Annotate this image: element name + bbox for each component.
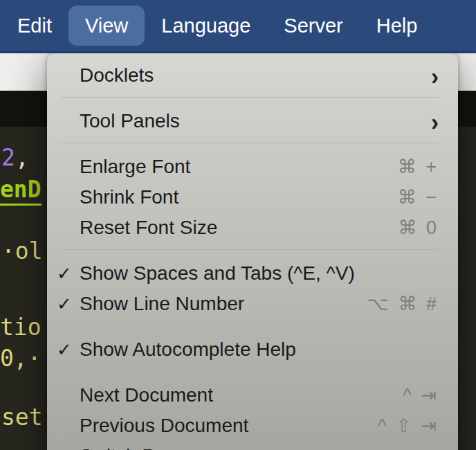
submenu-chevron-icon: ›	[431, 109, 439, 134]
code-fragment: 0,·	[0, 346, 42, 371]
code-token: ,	[15, 144, 29, 171]
menu-item-label: Previous Document	[80, 415, 367, 437]
code-token: tio	[0, 314, 42, 341]
checkmark-icon: ✓	[57, 294, 80, 315]
view-menu-panel: Docklets›Tool Panels›Enlarge Font⌘ +Shri…	[47, 53, 458, 450]
menu-item-label: Show Line Number	[80, 293, 356, 315]
menu-item-label: Next Document	[80, 384, 392, 406]
menu-item-label: Switch Pane	[80, 445, 439, 450]
menu-item-tool-panels[interactable]: Tool Panels›	[47, 106, 458, 136]
menu-item-reset-font-size[interactable]: Reset Font Size⌘ 0	[47, 213, 458, 243]
menubar-item-help[interactable]: Help	[360, 6, 434, 46]
menu-separator	[61, 371, 439, 372]
code-fragment: set	[1, 405, 43, 430]
menu-item-label: Show Autocomplete Help	[80, 339, 439, 361]
menu-separator	[61, 325, 439, 326]
code-token: 2	[1, 144, 15, 171]
menubar-item-edit[interactable]: Edit	[1, 6, 68, 46]
menu-item-label: Reset Font Size	[80, 217, 387, 239]
menu-item-enlarge-font[interactable]: Enlarge Font⌘ +	[47, 152, 458, 182]
menu-item-shortcut: ^ ⇧ ⇥	[378, 415, 439, 437]
menu-item-show-line-number[interactable]: ✓Show Line Number⌥ ⌘ #	[47, 289, 458, 319]
menu-item-label: Shrink Font	[80, 186, 387, 208]
code-fragment: 2,	[1, 145, 29, 170]
menu-item-shortcut: ⌘ 0	[398, 217, 439, 239]
submenu-chevron-icon: ›	[431, 64, 439, 88]
menu-item-docklets[interactable]: Docklets›	[47, 60, 458, 91]
menu-item-switch-pane[interactable]: Switch Pane	[47, 441, 458, 450]
menu-item-label: Show Spaces and Tabs (^E, ^V)	[80, 262, 439, 285]
menu-item-next-document[interactable]: Next Document^ ⇥	[47, 380, 458, 411]
menubar-item-language[interactable]: Language	[145, 6, 267, 46]
code-token: set	[1, 404, 43, 431]
menu-item-show-spaces-and-tabs-e-v[interactable]: ✓Show Spaces and Tabs (^E, ^V)	[47, 258, 458, 289]
menu-item-shortcut: ^ ⇥	[403, 384, 439, 406]
menubar-item-server[interactable]: Server	[267, 6, 359, 46]
code-fragment: tio	[0, 315, 42, 340]
menu-item-show-autocomplete-help[interactable]: ✓Show Autocomplete Help	[47, 334, 458, 365]
menu-item-label: Enlarge Font	[80, 156, 387, 178]
code-token: enD	[0, 176, 42, 206]
menu-item-shortcut: ⌘ −	[398, 186, 439, 208]
menu-separator	[61, 97, 439, 98]
code-token: 0,·	[0, 345, 42, 372]
menu-item-shortcut: ⌘ +	[398, 156, 439, 178]
code-fragment: enD	[0, 177, 42, 202]
menu-item-shortcut: ⌥ ⌘ #	[367, 293, 439, 315]
menu-item-shrink-font[interactable]: Shrink Font⌘ −	[47, 182, 458, 213]
menubar-item-view[interactable]: View	[68, 6, 145, 46]
menu-separator	[61, 143, 439, 143]
checkmark-icon: ✓	[57, 339, 80, 361]
code-fragment: ·ol	[1, 239, 43, 264]
menu-item-label: Tool Panels	[80, 110, 420, 132]
menu-separator	[61, 249, 439, 250]
code-token: ·ol	[1, 237, 43, 264]
checkmark-icon: ✓	[57, 263, 80, 285]
menu-item-label: Docklets	[80, 64, 420, 87]
menu-bar: EditViewLanguageServerHelp	[0, 0, 476, 53]
menu-item-previous-document[interactable]: Previous Document^ ⇧ ⇥	[47, 411, 458, 441]
